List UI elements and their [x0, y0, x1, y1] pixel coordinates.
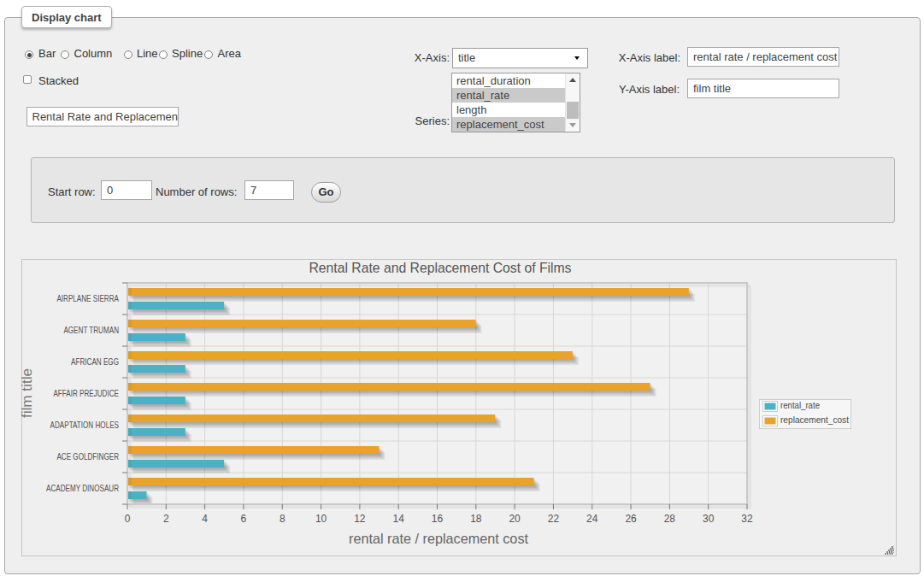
- svg-text:film title: film title: [20, 368, 34, 418]
- svg-text:0: 0: [125, 513, 131, 525]
- svg-text:ACE GOLDFINGER: ACE GOLDFINGER: [56, 452, 119, 461]
- svg-text:20: 20: [509, 513, 521, 525]
- svg-text:8: 8: [280, 513, 285, 525]
- svg-text:AIRPLANE SIERRA: AIRPLANE SIERRA: [56, 294, 119, 303]
- svg-text:30: 30: [703, 513, 715, 525]
- svg-text:16: 16: [432, 513, 444, 525]
- svg-text:Rental Rate and Replacement Co: Rental Rate and Replacement Cost of Film…: [309, 260, 572, 275]
- svg-text:14: 14: [393, 513, 405, 525]
- svg-text:ACADEMY DINOSAUR: ACADEMY DINOSAUR: [46, 484, 119, 493]
- svg-text:replacement_cost: replacement_cost: [780, 414, 849, 425]
- svg-text:28: 28: [664, 513, 676, 525]
- svg-text:22: 22: [548, 513, 560, 525]
- svg-text:18: 18: [470, 513, 482, 525]
- svg-text:AFRICAN EGG: AFRICAN EGG: [71, 357, 119, 367]
- svg-text:AFFAIR PREJUDICE: AFFAIR PREJUDICE: [53, 389, 119, 398]
- svg-text:rental rate / replacement cost: rental rate / replacement cost: [349, 531, 528, 546]
- svg-text:24: 24: [586, 513, 598, 525]
- svg-text:ADAPTATION HOLES: ADAPTATION HOLES: [50, 420, 119, 430]
- svg-text:AGENT TRUMAN: AGENT TRUMAN: [63, 326, 119, 335]
- svg-text:32: 32: [741, 513, 753, 525]
- svg-text:10: 10: [315, 513, 327, 525]
- svg-text:2: 2: [163, 513, 169, 525]
- svg-text:12: 12: [354, 513, 366, 525]
- svg-text:26: 26: [625, 513, 637, 525]
- svg-text:6: 6: [241, 513, 247, 525]
- svg-text:rental_rate: rental_rate: [780, 400, 820, 410]
- svg-text:4: 4: [202, 513, 208, 525]
